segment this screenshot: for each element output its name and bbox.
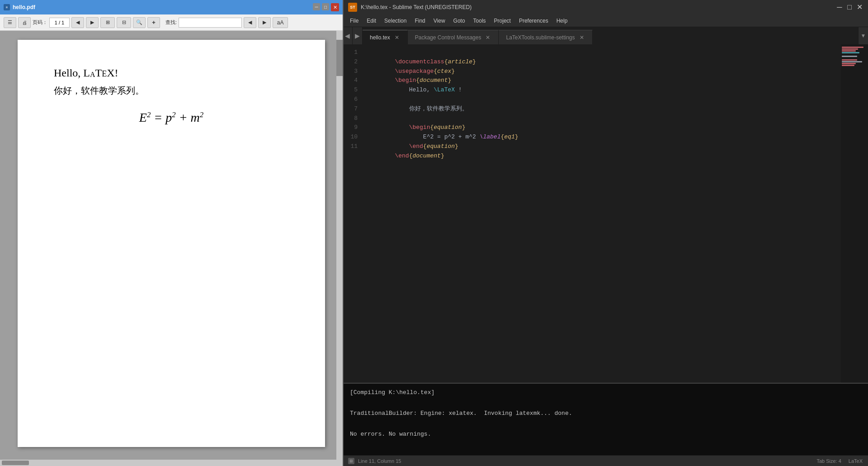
tab-next-btn[interactable]: ▶: [353, 27, 363, 44]
pdf-close-btn[interactable]: ✕: [331, 3, 339, 11]
minimap-line-10: [842, 63, 856, 64]
tab-package-control-label: Package Control Messages: [415, 34, 481, 41]
menu-view[interactable]: View: [430, 16, 449, 26]
pdf-aa-btn[interactable]: aA: [273, 17, 288, 28]
pdf-viewer: ≡ hello.pdf ─ □ ✕ ☰ 🖨 页码： ◀ ▶ ⊞ ⊟ 🔍 + 查找…: [0, 0, 343, 466]
line-num-8: 8: [343, 114, 358, 124]
tab-hello-tex[interactable]: hello.tex ✕: [363, 30, 408, 44]
menu-project[interactable]: Project: [491, 16, 514, 26]
code-line-8: \begin{equation}: [367, 114, 868, 124]
status-left: ⊞ Line 11, Column 15: [348, 458, 401, 464]
build-line-3: TraditionalBuilder: Engine: xelatex. Inv…: [350, 410, 861, 417]
sublime-window-controls: ─ □ ✕: [836, 4, 863, 10]
minimap-content: [841, 44, 868, 68]
status-tab-size[interactable]: Tab Size: 4: [816, 458, 841, 464]
build-line-4: [350, 420, 861, 427]
status-position: Line 11, Column 15: [358, 458, 401, 464]
sublime-editor: ST K:\hello.tex - Sublime Text (UNREGIST…: [343, 0, 868, 466]
menu-tools[interactable]: Tools: [470, 16, 490, 26]
sublime-app-icon: ST: [348, 3, 357, 12]
code-line-1: \documentclass{article}: [367, 48, 868, 57]
status-bar: ⊞ Line 11, Column 15 Tab Size: 4 LaTeX: [343, 455, 868, 466]
pdf-minimize-btn[interactable]: ─: [313, 3, 320, 10]
pdf-print-btn[interactable]: 🖨: [18, 17, 31, 28]
tab-package-control[interactable]: Package Control Messages ✕: [408, 30, 499, 44]
sublime-title: K:\hello.tex - Sublime Text (UNREGISTERE…: [361, 4, 472, 10]
pdf-title: hello.pdf: [13, 4, 310, 10]
tab-package-control-close[interactable]: ✕: [485, 34, 491, 41]
pdf-zoom-in-btn[interactable]: +: [147, 17, 160, 28]
sublime-close-btn[interactable]: ✕: [856, 4, 863, 10]
pdf-scrollbar-thumb[interactable]: [336, 40, 343, 76]
line-num-9: 9: [343, 123, 358, 133]
minimap-line-9: [842, 61, 862, 62]
pdf-window-controls: ─ □ ✕: [313, 3, 339, 11]
pdf-line2: 你好，软件教学系列。: [54, 85, 289, 97]
line-numbers: 1 2 3 4 5 6 7 8 9 10 11: [343, 44, 363, 383]
minimap-line-6: [842, 56, 857, 57]
build-panel: [Compiling K:\hello.tex] TraditionalBuil…: [343, 383, 868, 455]
minimap-line-11: [842, 65, 854, 66]
sublime-minimize-btn[interactable]: ─: [836, 4, 843, 10]
line-num-10: 10: [343, 133, 358, 142]
line-num-6: 6: [343, 95, 358, 105]
build-line-5: No errors. No warnings.: [350, 431, 861, 437]
editor-area: 1 2 3 4 5 6 7 8 9 10 11 \documentclass{a…: [343, 44, 868, 383]
menu-edit[interactable]: Edit: [363, 16, 380, 26]
menu-preferences[interactable]: Preferences: [515, 16, 552, 26]
pdf-equation: E2 = p2 + m2: [54, 110, 289, 125]
menu-file[interactable]: File: [346, 16, 362, 26]
sublime-maximize-btn[interactable]: □: [846, 4, 853, 10]
pdf-page-info: 页码：: [33, 18, 70, 28]
pdf-line1: Hello, LATEX!: [54, 67, 289, 79]
pdf-fit-width-btn[interactable]: ⊟: [117, 17, 131, 28]
minimap-line-8: [842, 59, 857, 61]
pdf-app-icon: ≡: [4, 4, 10, 10]
pdf-page-input[interactable]: [49, 18, 70, 28]
minimap-line-3: [842, 50, 856, 52]
tab-latextools-settings-close[interactable]: ✕: [579, 34, 585, 41]
status-language[interactable]: LaTeX: [849, 458, 863, 464]
line-num-5: 5: [343, 86, 358, 95]
code-line-6: 你好，软件教学系列。: [367, 95, 868, 105]
minimap-line-1: [842, 47, 863, 48]
tab-latextools-settings[interactable]: LaTeXTools.sublime-settings ✕: [499, 30, 592, 44]
pdf-next-btn[interactable]: ▶: [86, 17, 99, 28]
tab-prev-btn[interactable]: ◀: [343, 27, 353, 44]
pdf-page: Hello, LATEX! 你好，软件教学系列。 E2 = p2 + m2: [18, 40, 325, 447]
pdf-zoom-out-btn[interactable]: 🔍: [133, 17, 146, 28]
pdf-search-input[interactable]: [179, 18, 242, 28]
pdf-hscrollbar-thumb[interactable]: [2, 461, 29, 465]
menu-selection[interactable]: Selection: [381, 16, 410, 26]
line-num-11: 11: [343, 142, 358, 152]
minimap: [841, 44, 868, 383]
pdf-toolbar: ☰ 🖨 页码： ◀ ▶ ⊞ ⊟ 🔍 + 查找: ◀ ▶ aA: [0, 14, 343, 31]
pdf-menu-btn[interactable]: ☰: [4, 17, 16, 28]
line-num-7: 7: [343, 105, 358, 114]
pdf-scrollbar[interactable]: [336, 31, 343, 460]
build-line-2: [350, 399, 861, 406]
line-num-1: 1: [343, 48, 358, 57]
pdf-maximize-btn[interactable]: □: [322, 3, 329, 10]
sublime-titlebar: ST K:\hello.tex - Sublime Text (UNREGIST…: [343, 0, 868, 14]
menu-goto[interactable]: Goto: [450, 16, 469, 26]
pdf-prev-btn[interactable]: ◀: [71, 17, 84, 28]
line-num-4: 4: [343, 76, 358, 86]
tab-dropdown-btn[interactable]: ▼: [858, 27, 868, 44]
sublime-menubar: File Edit Selection Find View Goto Tools…: [343, 14, 868, 27]
menu-help[interactable]: Help: [553, 16, 571, 26]
code-area[interactable]: \documentclass{article} \usepackage{ctex…: [363, 44, 868, 383]
pdf-search-prev-btn[interactable]: ◀: [244, 17, 256, 28]
pdf-search-next-btn[interactable]: ▶: [258, 17, 271, 28]
minimap-line-4: [842, 52, 859, 53]
build-line-1: [Compiling K:\hello.tex]: [350, 389, 861, 396]
pdf-fit-page-btn[interactable]: ⊞: [100, 17, 115, 28]
tab-hello-tex-close[interactable]: ✕: [394, 34, 400, 41]
line-num-3: 3: [343, 67, 358, 76]
line-num-2: 2: [343, 57, 358, 67]
menu-find[interactable]: Find: [411, 16, 429, 26]
status-icon: ⊞: [348, 458, 354, 464]
pdf-hscrollbar[interactable]: [0, 460, 343, 466]
tab-hello-tex-label: hello.tex: [370, 34, 390, 41]
pdf-titlebar: ≡ hello.pdf ─ □ ✕: [0, 0, 343, 14]
